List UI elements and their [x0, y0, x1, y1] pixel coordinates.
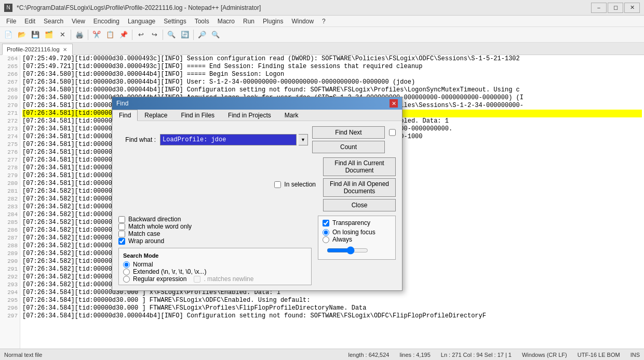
match-whole-word-checkbox[interactable]: [118, 223, 125, 230]
normal-radio[interactable]: [123, 261, 130, 268]
find-dialog: Find ✕ Find Replace Find in Files Find i…: [112, 97, 403, 291]
restore-button[interactable]: ◻: [608, 3, 623, 13]
menu-item-macro[interactable]: Macro: [213, 16, 239, 27]
wrap-around-checkbox[interactable]: [118, 238, 125, 245]
zoom-in-button[interactable]: 🔎: [196, 29, 208, 41]
find-next-button[interactable]: Find Next: [312, 126, 385, 139]
matches-newline-checkbox: [194, 276, 200, 283]
statusbar: Normal text file length : 642,524 lines …: [0, 349, 644, 360]
tab-close-icon[interactable]: ✕: [62, 47, 68, 52]
editor-line-265: [07:25:49.721][tid:00000d30.0000493c][IN…: [22, 63, 642, 71]
copy-button[interactable]: 📋: [104, 29, 116, 41]
always-label: Always: [332, 236, 352, 243]
find-dialog-close-button[interactable]: ✕: [390, 99, 398, 108]
close-all-button[interactable]: ✕: [56, 29, 69, 41]
line-gutter: 2642652662672682692702712722732742752762…: [0, 55, 20, 349]
line-number-280: 280: [2, 180, 18, 188]
line-number-270: 270: [2, 102, 18, 110]
find-tab-find-in-projects[interactable]: Find in Projects: [221, 110, 278, 121]
line-number-279: 279: [2, 172, 18, 180]
new-button[interactable]: 📄: [2, 29, 15, 41]
menu-item-plugins[interactable]: Plugins: [259, 16, 287, 27]
line-number-297: 297: [2, 312, 18, 320]
save-button[interactable]: 💾: [29, 29, 42, 41]
find-tabs: Find Replace Find in Files Find in Proje…: [112, 110, 402, 121]
menu-item-view[interactable]: View: [68, 16, 89, 27]
minimize-button[interactable]: −: [591, 3, 607, 13]
line-number-265: 265: [2, 63, 18, 71]
on-losing-focus-radio[interactable]: [323, 229, 329, 236]
find-button[interactable]: 🔍: [165, 29, 178, 41]
find-tab-find-in-files[interactable]: Find in Files: [174, 110, 221, 121]
regex-radio[interactable]: [123, 276, 130, 283]
find-what-dropdown[interactable]: ▼: [299, 134, 308, 145]
menu-item-edit[interactable]: Edit: [20, 16, 39, 27]
line-number-275: 275: [2, 141, 18, 149]
line-number-290: 290: [2, 258, 18, 265]
open-button[interactable]: 📂: [16, 29, 28, 41]
zoom-out-button[interactable]: 🔍: [209, 29, 222, 41]
line-number-281: 281: [2, 188, 18, 195]
tab-profile-log[interactable]: Profile-20221116.log ✕: [2, 44, 73, 55]
always-radio[interactable]: [323, 236, 329, 243]
menu-item-run[interactable]: Run: [239, 16, 259, 27]
menu-item-search[interactable]: Search: [39, 16, 68, 27]
regex-radio-row: Regular expression . matches newline: [123, 275, 307, 283]
line-number-284: 284: [2, 211, 18, 219]
close-button[interactable]: ✕: [624, 3, 640, 13]
line-number-292: 292: [2, 273, 18, 281]
titlebar-left: N *C:\ProgramData\FSLogix\Logs\Profile\P…: [4, 4, 261, 12]
menu-item-settings[interactable]: Settings: [159, 16, 190, 27]
close-find-button[interactable]: Close: [323, 199, 396, 211]
line-number-296: 296: [2, 304, 18, 312]
paste-button[interactable]: 📌: [117, 29, 130, 41]
find-all-opened-button[interactable]: Find All in All OpenedDocuments: [323, 178, 396, 197]
print-button[interactable]: 🖨️: [73, 29, 86, 41]
line-number-289: 289: [2, 250, 18, 258]
menu-item-window[interactable]: Window: [287, 16, 318, 27]
toolbar-separator-3: [132, 30, 132, 40]
normal-label: Normal: [133, 261, 153, 268]
line-number-287: 287: [2, 234, 18, 242]
count-button[interactable]: Count: [312, 141, 385, 153]
match-case-checkbox[interactable]: [118, 231, 125, 237]
extended-radio[interactable]: [123, 269, 130, 275]
transparency-slider[interactable]: [327, 246, 368, 255]
cut-button[interactable]: ✂️: [90, 29, 103, 41]
find-checkbox[interactable]: [389, 126, 396, 139]
search-mode-section: Search Mode Normal Extended (\n, \r, \t,…: [118, 248, 312, 285]
menu-item-tools[interactable]: Tools: [191, 16, 213, 27]
toolbar-separator-2: [88, 30, 88, 40]
toolbar: 📄 📂 💾 🗂️ ✕ 🖨️ ✂️ 📋 📌 ↩ ↪ 🔍 🔄 🔎 🔍: [0, 27, 644, 43]
line-number-267: 267: [2, 78, 18, 86]
find-tab-replace[interactable]: Replace: [138, 110, 174, 121]
extended-label: Extended (\n, \r, \t, \0, \x...): [133, 268, 206, 275]
always-row: Always: [323, 236, 391, 243]
line-number-277: 277: [2, 156, 18, 164]
undo-button[interactable]: ↩: [135, 29, 147, 41]
find-tab-mark[interactable]: Mark: [278, 110, 305, 121]
find-all-current-button[interactable]: Find All in CurrentDocument: [323, 157, 396, 176]
line-number-291: 291: [2, 265, 18, 273]
regex-label: Regular expression: [133, 275, 186, 283]
transparency-title: Transparency: [332, 219, 370, 226]
menu-item-?[interactable]: ?: [318, 16, 330, 27]
backward-direction-checkbox[interactable]: [118, 216, 125, 223]
more-find-buttons: Find All in CurrentDocument Find All in …: [323, 157, 396, 211]
menu-item-language[interactable]: Language: [124, 16, 159, 27]
find-replace-button[interactable]: 🔄: [179, 29, 191, 41]
transparency-checkbox[interactable]: [323, 220, 329, 226]
find-what-input[interactable]: [160, 134, 297, 145]
line-number-271: 271: [2, 110, 18, 117]
save-all-button[interactable]: 🗂️: [43, 29, 55, 41]
menu-item-encoding[interactable]: Encoding: [89, 16, 124, 27]
find-tab-find[interactable]: Find: [112, 110, 138, 121]
editor-line-296: [07:26:34.584][tid:00000d30.000 ] FTWARE…: [22, 304, 642, 312]
menu-item-file[interactable]: File: [2, 16, 20, 27]
in-selection-checkbox[interactable]: [274, 181, 281, 188]
line-number-264: 264: [2, 55, 18, 63]
find-input-wrap: ▼: [160, 134, 308, 145]
redo-button[interactable]: ↪: [148, 29, 160, 41]
encoding: UTF-16 LE BOM: [578, 352, 620, 358]
editor-line-267: [07:26:34.580][tid:00000d30.000044b4][IN…: [22, 78, 642, 86]
